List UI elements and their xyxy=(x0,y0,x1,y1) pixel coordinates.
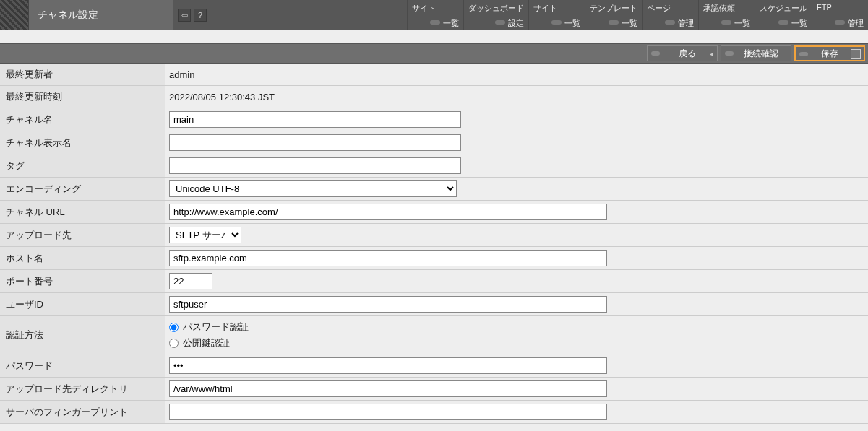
label-channel-display: チャネル表示名 xyxy=(0,131,165,154)
label-fingerprint: サーバのフィンガープリント xyxy=(0,401,165,424)
nav-item-sublabel: 一覧 xyxy=(778,18,807,29)
settings-form: 最終更新者 admin 最終更新時刻 2022/08/05 12:30:43 J… xyxy=(0,64,868,424)
help-icon[interactable]: ? xyxy=(194,9,207,22)
nav-item-label: テンプレート xyxy=(590,3,637,14)
user-id-input[interactable] xyxy=(169,296,607,313)
nav-item-6[interactable]: スケジュール一覧 xyxy=(755,0,812,30)
encoding-select[interactable]: Unicode UTF-8 xyxy=(169,180,457,197)
channel-name-input[interactable] xyxy=(169,111,461,128)
auth-pubkey-radio[interactable] xyxy=(169,339,179,348)
main-nav: サイト一覧ダッシュボード設定サイト一覧テンプレート一覧ページ管理承認依頼一覧スケ… xyxy=(407,0,868,30)
auth-password-label: パスワード認証 xyxy=(183,321,249,334)
nav-item-label: FTP xyxy=(817,3,864,12)
port-input[interactable] xyxy=(169,273,212,289)
nav-item-7[interactable]: FTP管理 xyxy=(812,0,868,30)
nav-item-3[interactable]: テンプレート一覧 xyxy=(585,0,642,30)
auth-password-option[interactable]: パスワード認証 xyxy=(169,319,864,335)
password-input[interactable] xyxy=(169,357,607,374)
nav-item-sublabel: 一覧 xyxy=(721,18,750,29)
page-title: チャネル設定 xyxy=(29,0,173,30)
label-last-updater: 最終更新者 xyxy=(0,64,165,86)
label-password: パスワード xyxy=(0,354,165,378)
label-channel-name: チャネル名 xyxy=(0,108,165,131)
value-last-updater: admin xyxy=(165,64,868,86)
nav-item-5[interactable]: 承認依頼一覧 xyxy=(698,0,755,30)
label-tag: タグ xyxy=(0,154,165,178)
tag-input[interactable] xyxy=(169,157,461,174)
fingerprint-input[interactable] xyxy=(169,404,607,420)
connect-check-button[interactable]: 接続確認 xyxy=(721,45,791,61)
label-host: ホスト名 xyxy=(0,247,165,270)
label-port: ポート番号 xyxy=(0,270,165,293)
nav-item-sublabel: 一覧 xyxy=(609,18,637,29)
nav-item-sublabel: 一覧 xyxy=(430,18,459,29)
host-input[interactable] xyxy=(169,250,607,266)
upload-dest-select[interactable]: SFTP サーバ xyxy=(169,227,241,243)
label-upload-dest: アップロード先 xyxy=(0,224,165,247)
auth-pubkey-label: 公開鍵認証 xyxy=(183,336,230,349)
nav-item-0[interactable]: サイト一覧 xyxy=(407,0,463,30)
nav-item-sublabel: 設定 xyxy=(495,18,524,29)
nav-item-label: サイト xyxy=(533,3,580,14)
save-button[interactable]: 保存 xyxy=(794,45,865,61)
nav-item-label: スケジュール xyxy=(760,3,807,14)
value-last-updated: 2022/08/05 12:30:43 JST xyxy=(165,86,868,108)
back-button[interactable]: 戻る xyxy=(647,45,718,61)
label-encoding: エンコーディング xyxy=(0,178,165,201)
top-bar: チャネル設定 ⇦ ? サイト一覧ダッシュボード設定サイト一覧テンプレート一覧ペー… xyxy=(0,0,868,30)
nav-item-label: ダッシュボード xyxy=(468,3,524,14)
channel-display-input[interactable] xyxy=(169,134,461,151)
nav-item-label: 承認依頼 xyxy=(703,3,750,14)
title-toolbar: ⇦ ? xyxy=(173,0,211,30)
nav-item-4[interactable]: ページ管理 xyxy=(642,0,698,30)
label-upload-dir: アップロード先ディレクトリ xyxy=(0,378,165,401)
auth-pubkey-option[interactable]: 公開鍵認証 xyxy=(169,335,864,351)
action-toolbar: 戻る 接続確認 保存 xyxy=(0,43,868,64)
nav-item-2[interactable]: サイト一覧 xyxy=(528,0,585,30)
nav-item-label: ページ xyxy=(647,3,694,14)
label-last-updated: 最終更新時刻 xyxy=(0,86,165,108)
back-icon[interactable]: ⇦ xyxy=(178,9,191,22)
upload-dir-input[interactable] xyxy=(169,380,607,397)
nav-item-1[interactable]: ダッシュボード設定 xyxy=(463,0,528,30)
nav-item-sublabel: 管理 xyxy=(835,18,864,29)
channel-url-input[interactable] xyxy=(169,204,607,220)
app-logo xyxy=(0,0,29,30)
nav-item-sublabel: 一覧 xyxy=(551,18,580,29)
label-user-id: ユーザID xyxy=(0,293,165,316)
nav-item-sublabel: 管理 xyxy=(665,18,694,29)
label-channel-url: チャネル URL xyxy=(0,201,165,224)
label-auth-method: 認証方法 xyxy=(0,316,165,354)
nav-item-label: サイト xyxy=(412,3,459,14)
auth-password-radio[interactable] xyxy=(169,323,179,332)
